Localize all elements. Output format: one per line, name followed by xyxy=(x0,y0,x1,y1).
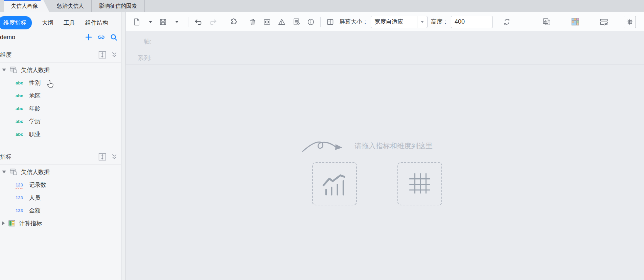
text-field-type-icon: abc xyxy=(16,132,26,137)
measures-tree: 失信人数据 123 记录数 123 人员 123 金额 xyxy=(0,165,121,230)
theme-palette-button[interactable] xyxy=(569,16,581,28)
save-button[interactable] xyxy=(158,17,168,27)
redo-button[interactable] xyxy=(207,17,219,27)
number-field-type-icon: 123 xyxy=(16,182,26,187)
field-label: 学历 xyxy=(29,118,41,125)
undo-button[interactable] xyxy=(192,17,204,27)
tree-group-defaulter-data[interactable]: 失信人数据 xyxy=(0,166,121,178)
main-area: 屏幕大小： 宽度自适应 高度： xyxy=(126,12,644,280)
dimension-field-region[interactable]: abc 地区 xyxy=(0,89,121,102)
warning-button[interactable] xyxy=(276,17,288,27)
field-label: 金额 xyxy=(29,207,41,214)
board-row: demo xyxy=(0,31,121,43)
number-field-type-icon: 123 xyxy=(16,208,26,213)
sidebar-tab-component-structure[interactable]: 组件结构 xyxy=(85,19,108,27)
text-field-type-icon: abc xyxy=(16,93,26,98)
resize-panel-icon[interactable] xyxy=(98,51,106,59)
field-label: 性别 xyxy=(29,79,41,87)
batch-settings-button[interactable] xyxy=(291,16,302,27)
group-label: 失信人数据 xyxy=(21,168,50,176)
group-label: 计算指标 xyxy=(19,220,42,227)
save-dropdown-caret[interactable] xyxy=(174,20,180,24)
info-button[interactable] xyxy=(305,17,316,27)
bi-dashboard-app: 失信人画像 惩治失信人 影响征信的因素 维度指标 大纲 工具 组件结构 demo xyxy=(0,0,644,280)
dimension-field-occupation[interactable]: abc 职业 xyxy=(0,128,121,141)
drop-hint-text: 请拖入指标和维度到这里 xyxy=(354,141,433,151)
measure-field-people[interactable]: 123 人员 xyxy=(0,191,121,204)
drop-hint: 请拖入指标和维度到这里 xyxy=(301,138,433,154)
tree-group-defaulter-data[interactable]: 失信人数据 xyxy=(0,63,121,76)
measure-field-amount[interactable]: 123 金额 xyxy=(0,204,121,217)
tab-label: 影响征信的因素 xyxy=(99,3,137,10)
toolbar-separator xyxy=(223,17,223,27)
tab-punish-defaulter[interactable]: 惩治失信人 xyxy=(49,0,92,12)
dimension-field-education[interactable]: abc 学历 xyxy=(0,115,121,128)
tab-defaulter-portrait[interactable]: 失信人画像 xyxy=(4,0,49,12)
screen-size-value: 宽度自适应 xyxy=(371,18,417,26)
fields-sidebar: 维度指标 大纲 工具 组件结构 demo 维度 xyxy=(0,12,121,280)
search-icon[interactable] xyxy=(110,33,118,41)
chart-copy-button[interactable] xyxy=(541,16,552,28)
refresh-button[interactable] xyxy=(501,16,512,27)
expanded-caret-icon[interactable] xyxy=(2,171,6,173)
number-field-type-icon: 123 xyxy=(16,195,26,200)
series-dropzone[interactable]: 系列: xyxy=(126,51,644,65)
component-layout-button[interactable] xyxy=(261,17,273,27)
toolbar-separator xyxy=(497,17,497,27)
window-tabbar: 失信人画像 惩治失信人 影响征信的因素 xyxy=(0,0,644,12)
field-label: 地区 xyxy=(29,92,41,100)
screen-size-dropdown[interactable]: 宽度自适应 xyxy=(371,16,428,28)
sidebar-tab-tools[interactable]: 工具 xyxy=(64,19,75,27)
height-input[interactable] xyxy=(451,16,493,28)
axis-dropzone[interactable]: 轴: xyxy=(126,32,644,51)
screen-size-label: 屏幕大小： xyxy=(339,18,368,26)
tab-credit-factors[interactable]: 影响征信的因素 xyxy=(92,0,145,12)
dimension-field-age[interactable]: abc 年龄 xyxy=(0,102,121,115)
tree-group-calculated-measures[interactable]: 计算指标 xyxy=(0,217,121,230)
series-label: 系列: xyxy=(126,54,152,62)
delete-button[interactable] xyxy=(247,17,258,27)
dimensions-tree: 失信人数据 abc 性别 abc 地区 abc 年龄 abc 学历 xyxy=(0,63,121,141)
hide-title-bar-button[interactable] xyxy=(598,16,610,28)
dataset-table-icon xyxy=(9,66,18,74)
dimension-field-gender[interactable]: abc 性别 xyxy=(0,76,121,89)
add-icon[interactable] xyxy=(85,33,92,41)
plugin-puzzle-button[interactable] xyxy=(227,16,239,28)
binding-fields-panel: 轴: 系列: xyxy=(126,32,644,65)
table-placeholder-icon xyxy=(397,162,442,205)
board-name: demo xyxy=(0,34,15,41)
sidebar-splitter[interactable] xyxy=(121,12,126,280)
chart-canvas-dropzone[interactable]: 请拖入指标和维度到这里 xyxy=(126,65,644,280)
new-component-dropdown-caret[interactable] xyxy=(147,20,154,24)
text-field-type-icon: abc xyxy=(16,80,26,85)
collapsed-caret-icon[interactable] xyxy=(2,221,5,225)
measures-section: 指标 失信人数据 xyxy=(0,149,121,230)
resize-panel-icon[interactable] xyxy=(98,153,106,161)
doodle-arrow-icon xyxy=(301,138,348,154)
field-label: 记录数 xyxy=(29,181,46,189)
sidebar-tab-outline[interactable]: 大纲 xyxy=(42,19,53,27)
measure-field-record-count[interactable]: 123 记录数 xyxy=(0,178,121,191)
screen-split-icon xyxy=(325,17,336,27)
axis-label: 轴: xyxy=(126,37,152,46)
dropdown-caret-icon[interactable] xyxy=(417,16,427,28)
sidebar-tab-dimensions-measures[interactable]: 维度指标 xyxy=(0,16,32,29)
collapse-all-icon[interactable] xyxy=(111,154,118,160)
dimensions-title: 维度 xyxy=(0,51,12,59)
measures-header: 指标 xyxy=(0,149,121,165)
calculated-table-icon xyxy=(8,219,16,227)
hand-cursor-icon xyxy=(46,80,55,89)
new-component-button[interactable] xyxy=(131,17,142,27)
link-icon[interactable] xyxy=(97,33,105,41)
collapse-all-icon[interactable] xyxy=(111,52,118,58)
group-label: 失信人数据 xyxy=(21,66,50,74)
chart-placeholder-icon xyxy=(312,162,357,205)
expanded-caret-icon[interactable] xyxy=(2,69,6,71)
toolbar-separator xyxy=(243,17,243,27)
toolbar-separator xyxy=(188,17,188,27)
height-label: 高度： xyxy=(431,18,448,26)
settings-button[interactable] xyxy=(624,16,636,28)
toolbar-separator xyxy=(320,17,321,27)
main-toolbar: 屏幕大小： 宽度自适应 高度： xyxy=(126,12,644,32)
field-label: 年龄 xyxy=(29,105,41,112)
